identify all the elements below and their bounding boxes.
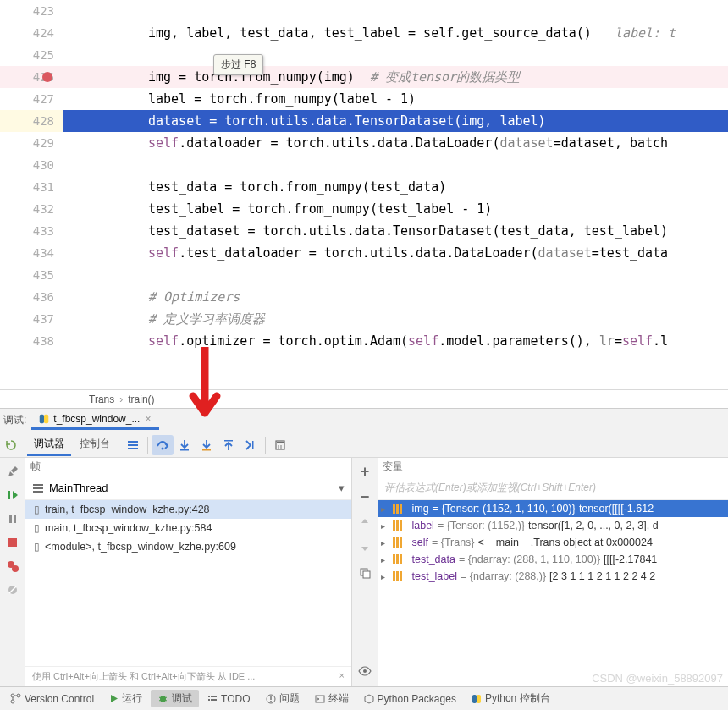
expand-icon[interactable]: ▸ xyxy=(381,521,389,531)
breadcrumb[interactable]: Trans › train() xyxy=(0,389,728,408)
svg-rect-18 xyxy=(14,515,16,523)
line-number[interactable]: 434 xyxy=(0,242,63,264)
code-line xyxy=(63,0,728,22)
frames-hint: 使用 Ctrl+Alt+向上箭头 和 Ctrl+Alt+向下箭头 从 IDE .… xyxy=(25,666,351,686)
debug-left-toolbar xyxy=(0,458,25,686)
step-out-button[interactable] xyxy=(218,435,240,455)
breadcrumb-item[interactable]: Trans xyxy=(89,394,114,405)
layout-button[interactable] xyxy=(122,435,144,455)
line-number[interactable]: 425 xyxy=(0,44,63,66)
stack-frame[interactable]: ▯<module>, t_fbcsp_window_kzhe.py:609 xyxy=(25,537,351,556)
line-number[interactable]: 437 xyxy=(0,308,63,330)
frames-pane: 帧 MainThread ▾ ▯train, t_fbcsp_window_kz… xyxy=(25,458,352,686)
expand-icon[interactable]: ▸ xyxy=(381,538,389,548)
sb-version-control[interactable]: Version Control xyxy=(3,691,101,707)
chevron-right-icon: › xyxy=(119,394,123,405)
code-line: self.optimizer = torch.optim.Adam(self.m… xyxy=(63,330,728,352)
expand-icon[interactable]: ▸ xyxy=(381,555,389,564)
pause-button[interactable] xyxy=(4,510,21,527)
close-icon[interactable]: × xyxy=(143,413,152,425)
thread-selector[interactable]: MainThread ▾ xyxy=(25,476,351,500)
close-icon[interactable]: × xyxy=(339,670,345,683)
svg-point-14 xyxy=(278,447,279,449)
tab-debugger[interactable]: 调试器 xyxy=(27,433,71,456)
evaluate-input[interactable]: 评估表达式(Enter)或添加监视(Ctrl+Shift+Enter) xyxy=(378,476,728,500)
svg-point-32 xyxy=(160,696,166,702)
line-number[interactable]: 424 xyxy=(0,22,63,44)
variable-row[interactable]: ▸ img = {Tensor: (1152, 1, 110, 100)} te… xyxy=(378,500,728,517)
down-button[interactable] xyxy=(356,539,373,556)
frame-icon: ▯ xyxy=(34,504,40,515)
svg-rect-25 xyxy=(33,491,43,493)
line-number[interactable]: 436 xyxy=(0,286,63,308)
stack-frame[interactable]: ▯main, t_fbcsp_window_kzhe.py:584 xyxy=(25,519,351,537)
line-number[interactable]: 435 xyxy=(0,264,63,286)
debug-label: 调试: xyxy=(3,413,26,427)
code-area[interactable]: img, label, test_data, test_label = self… xyxy=(63,0,728,389)
debug-toolbar: 调试器 控制台 步过 F8 xyxy=(0,432,728,458)
line-number[interactable]: 427 xyxy=(0,88,63,110)
line-number[interactable]: 423 xyxy=(0,0,63,22)
terminal-icon xyxy=(315,694,325,704)
rerun-button[interactable] xyxy=(0,435,22,455)
code-line: test_label = torch.from_numpy(test_label… xyxy=(63,198,728,220)
line-number[interactable]: 432 xyxy=(0,198,63,220)
code-line-current: dataset = torch.utils.data.TensorDataset… xyxy=(63,110,728,132)
breadcrumb-item[interactable]: train() xyxy=(128,394,154,405)
line-number[interactable]: 430 xyxy=(0,154,63,176)
sb-run[interactable]: 运行 xyxy=(102,690,149,707)
sb-python-packages[interactable]: Python Packages xyxy=(357,691,463,707)
resume-button[interactable] xyxy=(4,487,21,504)
copy-button[interactable] xyxy=(356,564,373,581)
line-number[interactable]: 426 xyxy=(0,66,63,88)
remove-watch-button[interactable]: − xyxy=(356,488,373,505)
breakpoint-icon[interactable] xyxy=(42,72,52,82)
step-over-button[interactable] xyxy=(152,435,174,455)
line-number[interactable] xyxy=(0,352,63,374)
play-icon xyxy=(109,694,119,703)
svg-rect-27 xyxy=(363,571,370,578)
sb-python-console[interactable]: Python 控制台 xyxy=(465,690,557,707)
debug-header: 调试: t_fbcsp_window_... × xyxy=(0,409,728,432)
up-button[interactable] xyxy=(356,514,373,531)
svg-rect-39 xyxy=(270,701,271,702)
variable-row[interactable]: ▸ label = {Tensor: (1152,)} tensor([1, 2… xyxy=(378,517,728,534)
debug-tab[interactable]: t_fbcsp_window_... × xyxy=(31,410,159,430)
line-number[interactable]: 429 xyxy=(0,132,63,154)
svg-rect-8 xyxy=(224,440,233,442)
modify-run-button[interactable] xyxy=(4,463,21,480)
variable-row[interactable]: ▸ test_label = {ndarray: (288,)} [2 3 1 … xyxy=(378,568,728,585)
sb-todo[interactable]: TODO xyxy=(201,691,256,707)
run-to-cursor-button[interactable] xyxy=(240,435,262,455)
watches-view-button[interactable] xyxy=(356,663,373,680)
frame-icon: ▯ xyxy=(34,541,40,553)
code-line: test_data = torch.from_numpy(test_data) xyxy=(63,176,728,198)
svg-point-28 xyxy=(363,669,367,673)
svg-rect-35 xyxy=(208,699,210,701)
sb-problems[interactable]: 问题 xyxy=(259,690,306,707)
svg-rect-17 xyxy=(9,515,12,523)
variable-row[interactable]: ▸ self = {Trans} <__main__.Trans object … xyxy=(378,534,728,551)
expand-icon[interactable]: ▸ xyxy=(381,504,389,514)
evaluate-button[interactable] xyxy=(269,435,291,455)
chevron-down-icon: ▾ xyxy=(339,482,345,494)
expand-icon[interactable]: ▸ xyxy=(381,572,389,581)
line-number[interactable]: 428 xyxy=(0,110,63,132)
line-number[interactable]: 438 xyxy=(0,330,63,352)
breakpoints-button[interactable] xyxy=(4,558,21,575)
code-line: img, label, test_data, test_label = self… xyxy=(63,22,728,44)
variable-row[interactable]: ▸ test_data = {ndarray: (288, 1, 110, 10… xyxy=(378,551,728,568)
code-line: # 定义学习率调度器 xyxy=(63,308,728,330)
sb-terminal[interactable]: 终端 xyxy=(308,690,356,707)
stop-button[interactable] xyxy=(4,534,21,551)
add-watch-button[interactable]: + xyxy=(356,463,373,480)
line-number[interactable]: 433 xyxy=(0,220,63,242)
sb-debug[interactable]: 调试 xyxy=(151,690,199,707)
stack-frame[interactable]: ▯train, t_fbcsp_window_kzhe.py:428 xyxy=(25,500,351,519)
step-into-my-button[interactable] xyxy=(196,435,218,455)
tab-console[interactable]: 控制台 xyxy=(73,433,117,456)
code-line xyxy=(63,154,728,176)
step-into-button[interactable] xyxy=(174,435,196,455)
mute-bp-button[interactable] xyxy=(4,581,21,598)
line-number[interactable]: 431 xyxy=(0,176,63,198)
